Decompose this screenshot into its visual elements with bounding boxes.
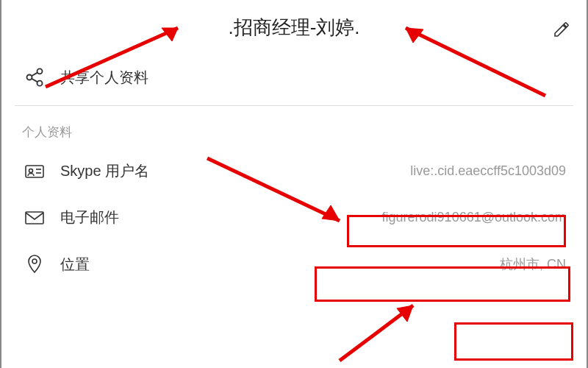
svg-line-3 (32, 79, 37, 82)
svg-line-17 (340, 305, 413, 361)
skype-row[interactable]: Skype 用户名 live:.cid.eaeccff5c1003d09 (1, 148, 587, 194)
email-label: 电子邮件 (60, 208, 119, 227)
location-pin-icon (22, 254, 47, 275)
profile-title: .招商经理-刘婷. (228, 15, 359, 40)
annotation-box (454, 322, 573, 361)
svg-point-2 (37, 81, 43, 86)
skype-label: Skype 用户名 (60, 161, 149, 181)
pencil-icon (553, 21, 570, 38)
svg-point-6 (29, 169, 33, 172)
svg-line-4 (32, 73, 37, 77)
svg-rect-9 (26, 212, 43, 224)
profile-header: .招商经理-刘婷. (1, 0, 587, 48)
section-personal-info-label: 个人资料 (1, 106, 587, 148)
mail-icon (22, 210, 47, 226)
svg-marker-18 (397, 305, 413, 322)
location-row[interactable]: 位置 杭州市, CN (1, 241, 587, 297)
share-profile-label: 共享个人资料 (60, 68, 148, 88)
svg-point-10 (32, 259, 37, 263)
email-row[interactable]: 电子邮件 figurerodi910661@outlook.com (1, 194, 587, 241)
email-value: figurerodi910661@outlook.com (382, 210, 566, 225)
id-card-icon (22, 163, 47, 180)
skype-value: live:.cid.eaeccff5c1003d09 (410, 163, 566, 179)
annotation-arrow (325, 298, 435, 364)
location-value: 杭州市, CN (500, 255, 566, 273)
share-icon (22, 67, 47, 88)
edit-profile-button[interactable] (553, 21, 570, 41)
svg-point-0 (37, 68, 43, 74)
svg-point-1 (27, 75, 32, 80)
location-label: 位置 (60, 255, 90, 275)
share-profile-row[interactable]: 共享个人资料 (1, 48, 587, 105)
